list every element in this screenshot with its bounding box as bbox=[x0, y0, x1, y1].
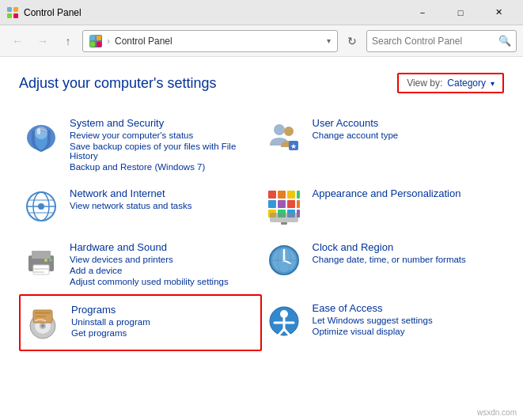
svg-point-12 bbox=[284, 127, 294, 136]
category-network[interactable]: Network and Internet View network status… bbox=[19, 180, 262, 233]
hardware-text: Hardware and Sound View devices and prin… bbox=[70, 241, 229, 286]
hardware-link-1[interactable]: Add a device bbox=[70, 266, 229, 275]
network-title[interactable]: Network and Internet bbox=[70, 187, 191, 199]
network-link-0[interactable]: View network status and tasks bbox=[70, 201, 191, 210]
svg-point-38 bbox=[49, 259, 52, 262]
search-input[interactable] bbox=[372, 36, 498, 47]
appearance-icon bbox=[265, 187, 303, 225]
category-hardware[interactable]: Hardware and Sound View devices and prin… bbox=[19, 233, 262, 294]
svg-rect-24 bbox=[297, 191, 300, 199]
svg-rect-6 bbox=[90, 42, 95, 47]
title-bar-controls: − □ ✕ bbox=[404, 0, 517, 25]
clock-title[interactable]: Clock and Region bbox=[313, 241, 466, 253]
path-text: Control Panel bbox=[115, 36, 172, 47]
system-security-title[interactable]: System and Security bbox=[70, 117, 252, 129]
svg-point-39 bbox=[44, 259, 47, 262]
svg-rect-21 bbox=[268, 191, 276, 199]
svg-rect-22 bbox=[278, 191, 286, 199]
svg-point-20 bbox=[38, 203, 44, 210]
path-icon bbox=[89, 35, 102, 47]
search-box[interactable]: 🔍 bbox=[366, 30, 517, 52]
category-ease[interactable]: Ease of Access Let Windows suggest setti… bbox=[262, 294, 505, 351]
view-by-selector[interactable]: View by: Category ▾ bbox=[397, 73, 504, 93]
clock-link-0[interactable]: Change date, time, or number formats bbox=[313, 255, 466, 264]
network-icon bbox=[22, 187, 60, 225]
svg-rect-34 bbox=[281, 222, 287, 225]
hardware-icon bbox=[22, 241, 60, 279]
programs-link-0[interactable]: Uninstall a program bbox=[71, 317, 150, 327]
maximize-button[interactable]: □ bbox=[442, 0, 479, 25]
system-security-link-0[interactable]: Review your computer's status bbox=[70, 131, 252, 140]
svg-rect-26 bbox=[278, 200, 286, 208]
user-accounts-icon: ★ bbox=[265, 117, 303, 155]
view-by-label: View by: bbox=[407, 78, 442, 89]
category-appearance[interactable]: Appearance and Personalization bbox=[262, 180, 505, 233]
svg-rect-23 bbox=[287, 191, 295, 199]
programs-title[interactable]: Programs bbox=[71, 304, 150, 316]
main-content: Adjust your computer's settings View by:… bbox=[0, 57, 523, 420]
items-grid: System and Security Review your computer… bbox=[19, 109, 504, 351]
page-title: Adjust your computer's settings bbox=[19, 75, 217, 92]
user-accounts-text: User Accounts Change account type bbox=[313, 117, 399, 140]
svg-point-52 bbox=[41, 324, 44, 327]
appearance-text: Appearance and Personalization bbox=[313, 187, 461, 199]
svg-point-11 bbox=[274, 124, 285, 135]
refresh-button[interactable]: ↻ bbox=[341, 30, 363, 52]
svg-rect-55 bbox=[35, 316, 46, 317]
forward-button[interactable]: → bbox=[32, 30, 54, 52]
close-button[interactable]: ✕ bbox=[480, 0, 517, 25]
system-security-link-2[interactable]: Backup and Restore (Windows 7) bbox=[70, 162, 252, 172]
system-security-link-1[interactable]: Save backup copies of your files with Fi… bbox=[70, 142, 252, 161]
svg-rect-0 bbox=[7, 7, 12, 12]
system-security-text: System and Security Review your computer… bbox=[70, 117, 252, 172]
svg-rect-41 bbox=[33, 271, 44, 273]
category-clock[interactable]: Clock and Region Change date, time, or n… bbox=[262, 233, 505, 294]
appearance-title[interactable]: Appearance and Personalization bbox=[313, 187, 461, 199]
title-bar-icon bbox=[6, 6, 19, 19]
category-user-accounts[interactable]: ★ User Accounts Change account type bbox=[262, 109, 505, 180]
svg-rect-33 bbox=[270, 213, 298, 222]
title-bar: Control Panel − □ ✕ bbox=[0, 0, 523, 25]
svg-text:★: ★ bbox=[290, 142, 297, 150]
clock-text: Clock and Region Change date, time, or n… bbox=[313, 241, 466, 264]
category-programs[interactable]: Programs Uninstall a program Get program… bbox=[19, 294, 262, 351]
watermark: wsxdn.com bbox=[477, 408, 517, 417]
view-by-arrow: ▾ bbox=[491, 79, 495, 88]
view-by-value: Category bbox=[447, 78, 486, 89]
svg-rect-3 bbox=[13, 13, 18, 18]
ease-title[interactable]: Ease of Access bbox=[313, 302, 433, 314]
hardware-link-0[interactable]: View devices and printers bbox=[70, 255, 229, 264]
path-dropdown-arrow[interactable]: ▾ bbox=[327, 36, 331, 45]
programs-link-1[interactable]: Get programs bbox=[71, 328, 150, 338]
svg-rect-54 bbox=[35, 312, 51, 314]
svg-rect-1 bbox=[13, 7, 18, 12]
hardware-link-2[interactable]: Adjust commonly used mobility settings bbox=[70, 277, 229, 286]
svg-rect-4 bbox=[90, 36, 95, 40]
path-separator: › bbox=[107, 36, 110, 47]
back-button[interactable]: ← bbox=[6, 30, 28, 52]
svg-rect-7 bbox=[97, 42, 101, 47]
header-row: Adjust your computer's settings View by:… bbox=[19, 73, 504, 93]
minimize-button[interactable]: − bbox=[404, 0, 441, 25]
network-text: Network and Internet View network status… bbox=[70, 187, 191, 210]
search-icon: 🔍 bbox=[498, 35, 511, 47]
programs-text: Programs Uninstall a program Get program… bbox=[71, 304, 150, 338]
ease-link-1[interactable]: Optimize visual display bbox=[313, 327, 433, 336]
address-bar: ← → ↑ › Control Panel ▾ ↻ 🔍 bbox=[0, 25, 523, 57]
svg-rect-5 bbox=[97, 36, 101, 40]
svg-rect-27 bbox=[287, 200, 295, 208]
programs-icon bbox=[24, 304, 62, 342]
address-path[interactable]: › Control Panel ▾ bbox=[82, 30, 338, 52]
up-button[interactable]: ↑ bbox=[57, 30, 79, 52]
ease-link-0[interactable]: Let Windows suggest settings bbox=[313, 316, 433, 325]
hardware-title[interactable]: Hardware and Sound bbox=[70, 241, 229, 253]
svg-rect-25 bbox=[268, 200, 276, 208]
user-accounts-title[interactable]: User Accounts bbox=[313, 117, 399, 129]
user-accounts-link-0[interactable]: Change account type bbox=[313, 131, 399, 140]
svg-rect-40 bbox=[33, 268, 49, 270]
clock-icon bbox=[265, 241, 303, 279]
category-system-security[interactable]: System and Security Review your computer… bbox=[19, 109, 262, 180]
svg-rect-2 bbox=[7, 13, 12, 18]
title-bar-title: Control Panel bbox=[24, 7, 404, 18]
svg-rect-36 bbox=[32, 251, 51, 259]
